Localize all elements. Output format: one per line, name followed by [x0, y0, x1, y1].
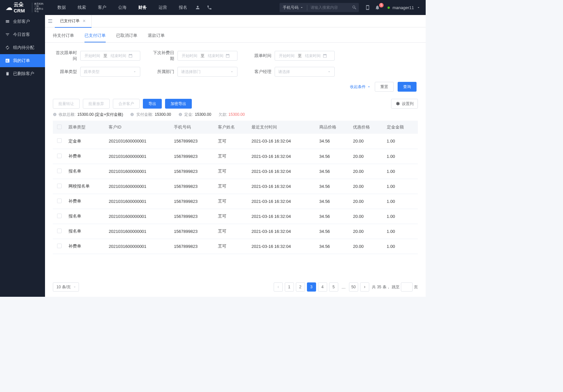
table-cell: 报名单 — [66, 164, 106, 179]
table-cell: 王可 — [215, 224, 249, 239]
prev-page-button[interactable] — [274, 282, 283, 292]
table-row[interactable]: 补费单20210316000000011567899823王可2021-03-1… — [53, 239, 418, 254]
column-header: 手机号码 — [171, 121, 215, 134]
encrypt-export-button[interactable]: 加密导出 — [165, 99, 192, 109]
row-checkbox[interactable] — [57, 214, 62, 218]
pagination-info: 共 35 条， 跳至 页 — [372, 282, 418, 292]
batch-abandon-button[interactable]: 批量放弃 — [83, 99, 110, 109]
table-row[interactable]: 报名单20210316000000011567899823王可2021-03-1… — [53, 224, 418, 239]
sidebar-item[interactable]: 我的订单 — [0, 54, 45, 67]
search-button[interactable] — [350, 5, 359, 10]
next-fee-start-input[interactable] — [180, 53, 199, 58]
next-page-button[interactable] — [360, 282, 369, 292]
chevron-down-icon — [230, 70, 234, 74]
dept-label: 所属部门 — [150, 69, 174, 75]
sidebar-item[interactable]: 全部客户 — [0, 15, 45, 28]
row-checkbox[interactable] — [57, 154, 62, 158]
sidebar-item[interactable]: 组内待分配 — [0, 41, 45, 54]
page-button[interactable]: 5 — [329, 282, 338, 292]
summary-bar: 收款总额: 15300.00 (定金+实付金额) 实付金额: 15300.00 … — [45, 109, 426, 121]
hamburger-icon[interactable] — [48, 18, 55, 24]
follow-type-select[interactable]: 跟单类型 — [80, 67, 140, 77]
nav-item[interactable]: 运营 — [153, 0, 173, 15]
table-cell: 2021-03-16 16:32:04 — [249, 239, 317, 254]
table-cell: 1567899823 — [171, 149, 215, 164]
sidebar-item[interactable]: 今日首客 — [0, 28, 45, 41]
row-checkbox[interactable] — [57, 138, 62, 143]
contacts-icon[interactable] — [195, 5, 200, 10]
follow-time-range[interactable]: 至 — [275, 51, 335, 61]
row-checkbox[interactable] — [57, 184, 62, 188]
table-cell: 报名单 — [66, 209, 106, 224]
nav-item[interactable]: 数据 — [52, 0, 72, 15]
search-input[interactable] — [307, 5, 350, 10]
page-button[interactable]: 4 — [318, 282, 327, 292]
batch-transfer-button[interactable]: 批量转让 — [53, 99, 80, 109]
search-type-select[interactable]: 手机号码 — [280, 5, 307, 10]
table-row[interactable]: 报名单20210316000000011567899823王可2021-03-1… — [53, 209, 418, 224]
table-cell: 王可 — [215, 194, 249, 209]
device-icon[interactable] — [363, 5, 373, 10]
merge-button[interactable]: 合并客户 — [113, 99, 140, 109]
sub-tab[interactable]: 待支付订单 — [53, 33, 74, 42]
next-fee-range[interactable]: 至 — [177, 51, 237, 61]
info-icon — [178, 113, 182, 116]
sidebar: 全部客户今日首客组内待分配我的订单已删除客户 — [0, 15, 45, 297]
table-row[interactable]: 补费单20210316000000011567899823王可2021-03-1… — [53, 149, 418, 164]
page-jump-input[interactable] — [401, 282, 413, 292]
table-cell: 20.00 — [350, 149, 384, 164]
select-all-checkbox[interactable] — [57, 125, 62, 129]
page-size-select[interactable]: 10 条/页 — [53, 282, 79, 292]
user-menu[interactable]: manager11 — [382, 5, 426, 10]
manager-select[interactable]: 请选择 — [275, 67, 335, 77]
table-cell: 1.00 — [384, 239, 418, 254]
workspace-tab[interactable]: 已支付订单 — [55, 15, 92, 28]
settings-columns-button[interactable]: 设置列 — [391, 99, 418, 109]
page-button[interactable]: 50 — [349, 282, 358, 292]
follow-time-start-input[interactable] — [277, 53, 297, 58]
table-row[interactable]: 网校报名单20210316000000011567899823王可2021-03… — [53, 179, 418, 194]
row-checkbox[interactable] — [57, 169, 62, 173]
next-fee-end-input[interactable] — [206, 53, 225, 58]
nav-item[interactable]: 财务 — [132, 0, 153, 15]
row-checkbox[interactable] — [57, 199, 62, 203]
first-follow-end-input[interactable] — [109, 53, 128, 58]
phone-icon[interactable] — [207, 5, 212, 10]
nav-item[interactable]: 公海 — [112, 0, 132, 15]
page-button[interactable]: 2 — [296, 282, 305, 292]
page-button[interactable]: 1 — [285, 282, 294, 292]
logo-text: 云朵CRM — [14, 2, 30, 13]
sub-tab[interactable]: 已取消订单 — [116, 33, 137, 42]
nav-item[interactable]: 线索 — [72, 0, 92, 15]
row-checkbox[interactable] — [57, 229, 62, 233]
reset-button[interactable]: 重置 — [375, 82, 394, 92]
query-button[interactable]: 查询 — [398, 82, 417, 92]
table-cell: 2021031600000001 — [106, 179, 171, 194]
table-cell: 王可 — [215, 134, 249, 149]
close-icon[interactable] — [82, 19, 86, 23]
sub-tabs: 待支付订单已支付订单已取消订单退款订单 — [45, 27, 426, 43]
sub-tab[interactable]: 退款订单 — [148, 33, 165, 42]
table-cell: 王可 — [215, 164, 249, 179]
sidebar-item[interactable]: 已删除客户 — [0, 67, 45, 80]
notifications-icon[interactable]: 5 — [373, 5, 382, 10]
sidebar-icon — [5, 19, 10, 24]
table-row[interactable]: 定金单20210316000000011567899823王可2021-03-1… — [53, 134, 418, 149]
manager-label: 客户经理 — [247, 69, 271, 75]
first-follow-start-input[interactable] — [83, 53, 102, 58]
page-ellipsis: … — [340, 285, 347, 290]
export-button[interactable]: 导出 — [143, 99, 162, 109]
nav-item[interactable]: 报名 — [173, 0, 193, 15]
row-checkbox[interactable] — [57, 244, 62, 248]
page-button[interactable]: 3 — [307, 282, 316, 292]
table-cell: 2021031600000001 — [106, 239, 171, 254]
dept-select[interactable]: 请选择部门 — [177, 67, 237, 77]
first-follow-range[interactable]: 至 — [80, 51, 140, 61]
sub-tab[interactable]: 已支付订单 — [84, 33, 106, 42]
table-row[interactable]: 补费单20210316000000011567899823王可2021-03-1… — [53, 194, 418, 209]
follow-time-end-input[interactable] — [303, 53, 323, 58]
collapse-filters-link[interactable]: 收起条件 — [350, 84, 371, 90]
nav-item[interactable]: 客户 — [92, 0, 112, 15]
table-row[interactable]: 报名单20210316000000011567899823王可2021-03-1… — [53, 164, 418, 179]
sidebar-icon — [5, 58, 10, 63]
